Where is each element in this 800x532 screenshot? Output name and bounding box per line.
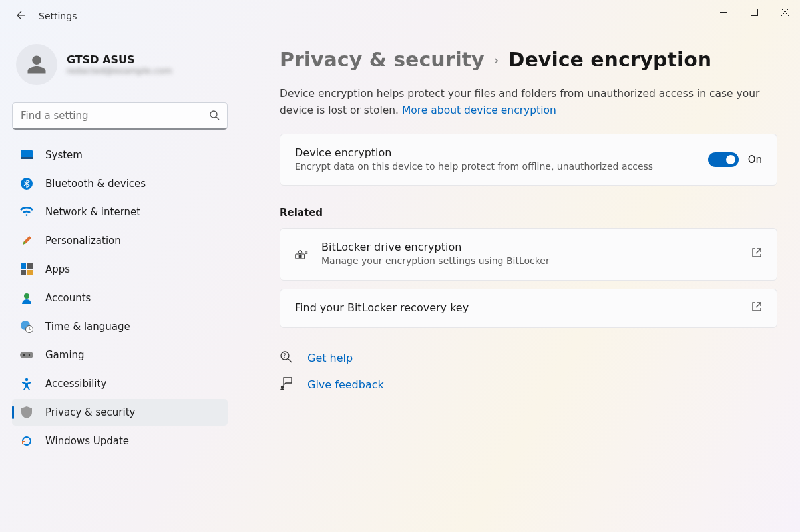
bluetooth-icon — [20, 177, 33, 190]
related-heading: Related — [280, 207, 777, 219]
accessibility-icon — [20, 377, 33, 390]
give-feedback-row[interactable]: Give feedback — [280, 377, 777, 393]
get-help-row[interactable]: ? Get help — [280, 350, 777, 366]
update-icon — [20, 434, 33, 448]
nav-label: Windows Update — [45, 435, 129, 447]
nav-apps[interactable]: Apps — [12, 256, 228, 283]
nav-label: Gaming — [45, 349, 85, 361]
user-name: GTSD ASUS — [67, 53, 172, 66]
paintbrush-icon — [20, 234, 33, 247]
svg-rect-17 — [298, 251, 301, 254]
device-encryption-card: Device encryption Encrypt data on this d… — [280, 134, 777, 186]
page-description: Device encryption helps protect your fil… — [280, 86, 777, 119]
search-field[interactable] — [12, 102, 228, 130]
encryption-toggle[interactable] — [708, 152, 739, 167]
nav-label: Network & internet — [45, 206, 140, 218]
breadcrumb: Privacy & security › Device encryption — [280, 48, 777, 71]
svg-point-1 — [210, 111, 217, 118]
nav-windows-update[interactable]: Windows Update — [12, 428, 228, 454]
card-subtitle: Encrypt data on this device to help prot… — [295, 160, 695, 174]
wifi-icon — [20, 205, 33, 219]
breadcrumb-current: Device encryption — [508, 48, 712, 71]
nav-accounts[interactable]: Accounts — [12, 285, 228, 311]
shield-icon — [20, 406, 33, 419]
svg-rect-12 — [20, 352, 33, 358]
svg-rect-0 — [751, 9, 757, 15]
minimize-button[interactable] — [708, 0, 739, 24]
back-button[interactable] — [5, 9, 35, 23]
search-icon — [209, 110, 220, 123]
nav-label: Accounts — [45, 292, 91, 304]
nav-gaming[interactable]: Gaming — [12, 342, 228, 368]
svg-rect-8 — [27, 270, 33, 275]
svg-rect-6 — [27, 263, 33, 269]
avatar — [16, 44, 57, 85]
gamepad-icon — [20, 348, 33, 362]
maximize-button[interactable] — [739, 0, 769, 24]
user-account-tile[interactable]: GTSD ASUS redacted@example.com — [12, 32, 228, 97]
nav-label: System — [45, 149, 83, 161]
svg-rect-5 — [21, 263, 26, 269]
svg-text:?: ? — [283, 353, 286, 359]
system-icon — [20, 148, 33, 162]
sidebar: GTSD ASUS redacted@example.com System Bl… — [0, 32, 240, 532]
card-title: Device encryption — [295, 146, 695, 159]
nav-privacy-security[interactable]: Privacy & security — [12, 399, 228, 426]
search-input[interactable] — [12, 102, 228, 130]
breadcrumb-parent[interactable]: Privacy & security — [280, 48, 485, 71]
close-button[interactable] — [769, 0, 800, 24]
svg-point-13 — [23, 354, 25, 356]
svg-rect-7 — [21, 270, 26, 275]
nav-list: System Bluetooth & devices Network & int… — [12, 142, 228, 454]
lock-drive-icon — [295, 247, 308, 261]
footer-links: ? Get help Give feedback — [280, 350, 777, 393]
card-title: Find your BitLocker recovery key — [295, 301, 738, 314]
nav-accessibility[interactable]: Accessibility — [12, 370, 228, 397]
give-feedback-link[interactable]: Give feedback — [307, 378, 384, 391]
nav-label: Personalization — [45, 235, 121, 247]
nav-label: Privacy & security — [45, 406, 135, 418]
svg-point-21 — [281, 386, 284, 388]
card-subtitle: Manage your encryption settings using Bi… — [321, 255, 738, 268]
chevron-right-icon: › — [494, 52, 499, 68]
toggle-state-label: On — [748, 154, 762, 166]
open-external-icon — [751, 301, 762, 315]
more-about-link[interactable]: More about device encryption — [402, 104, 556, 116]
nav-system[interactable]: System — [12, 142, 228, 168]
window-title: Settings — [39, 11, 77, 21]
nav-label: Bluetooth & devices — [45, 178, 146, 190]
svg-point-9 — [24, 293, 29, 299]
bitlocker-drive-encryption-card[interactable]: BitLocker drive encryption Manage your e… — [280, 228, 777, 281]
window-controls — [708, 0, 800, 24]
svg-point-14 — [29, 354, 30, 356]
svg-rect-18 — [299, 255, 301, 258]
feedback-icon — [280, 377, 293, 393]
apps-icon — [20, 263, 33, 276]
nav-network[interactable]: Network & internet — [12, 199, 228, 225]
bitlocker-recovery-key-card[interactable]: Find your BitLocker recovery key — [280, 289, 777, 328]
user-email: redacted@example.com — [67, 66, 172, 76]
svg-rect-3 — [21, 157, 33, 159]
card-title: BitLocker drive encryption — [321, 241, 738, 253]
main-content: Privacy & security › Device encryption D… — [240, 32, 800, 532]
open-external-icon — [751, 247, 762, 261]
get-help-link[interactable]: Get help — [307, 352, 353, 364]
globe-clock-icon — [20, 320, 33, 333]
nav-personalization[interactable]: Personalization — [12, 227, 228, 254]
nav-time-language[interactable]: Time & language — [12, 313, 228, 340]
nav-label: Apps — [45, 263, 70, 275]
svg-point-15 — [25, 378, 28, 381]
nav-label: Accessibility — [45, 378, 106, 390]
person-icon — [20, 291, 33, 305]
nav-bluetooth[interactable]: Bluetooth & devices — [12, 170, 228, 197]
nav-label: Time & language — [45, 321, 130, 332]
titlebar: Settings — [0, 0, 800, 32]
help-icon: ? — [280, 350, 293, 366]
